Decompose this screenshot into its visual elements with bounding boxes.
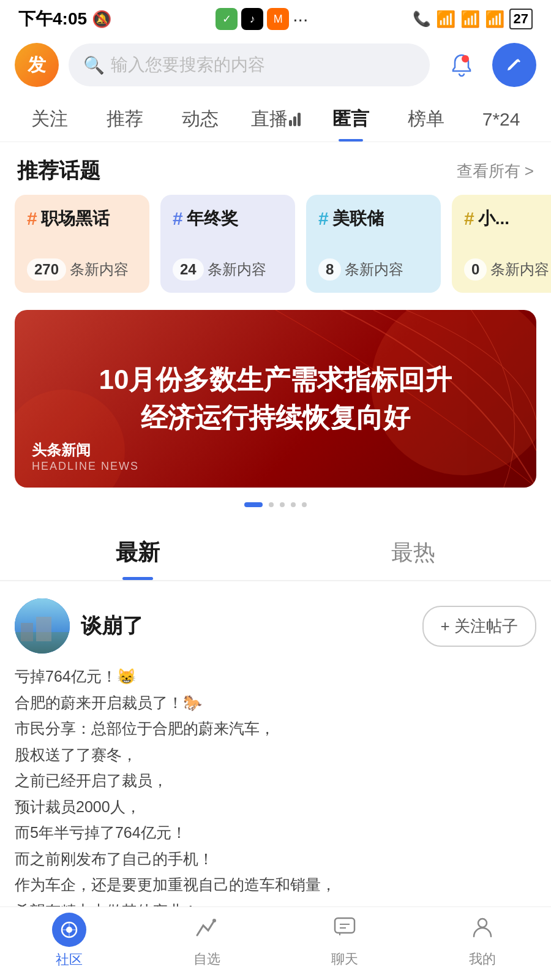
nav-item-community[interactable]: 社区 bbox=[0, 913, 138, 975]
banner-label: 头条新闻 HEADLINE NEWS bbox=[32, 440, 139, 473]
community-icon bbox=[52, 913, 86, 947]
topic-count-4: 0 条新内容 bbox=[464, 258, 551, 281]
svg-point-10 bbox=[212, 919, 216, 922]
nav-item-watchlist[interactable]: 自选 bbox=[138, 913, 276, 974]
battery-indicator: 27 bbox=[509, 9, 533, 29]
nav-label-watchlist: 自选 bbox=[193, 950, 220, 968]
topics-section-header: 推荐话题 查看所有 > bbox=[0, 142, 551, 195]
post-header: 谈崩了 + 关注帖子 bbox=[0, 581, 551, 663]
dot-3[interactable] bbox=[280, 502, 285, 507]
post-user-name: 谈崩了 bbox=[81, 612, 143, 640]
tab-follow[interactable]: 关注 bbox=[12, 94, 88, 141]
topic-count-2: 24 条新内容 bbox=[173, 258, 283, 281]
nav-label-chat: 聊天 bbox=[331, 950, 358, 968]
content-tabs: 最新 最热 bbox=[0, 523, 551, 581]
status-right-icons: 📞 📶 📶 📶 27 bbox=[413, 9, 533, 29]
hash-icon-1: # bbox=[27, 208, 37, 229]
status-mute-icon: 🔕 bbox=[92, 10, 111, 29]
svg-rect-11 bbox=[335, 918, 354, 933]
wifi-icon: 📶 bbox=[485, 10, 504, 29]
live-bars-icon bbox=[289, 113, 301, 126]
topic-tag-4: # 小... bbox=[464, 207, 551, 230]
nav-item-profile[interactable]: 我的 bbox=[413, 913, 551, 974]
bottom-nav: 社区 自选 聊天 我的 bbox=[0, 907, 551, 980]
header-buttons bbox=[440, 43, 536, 87]
topic-count-1: 270 条新内容 bbox=[27, 258, 137, 281]
topic-card-3[interactable]: # 美联储 8 条新内容 bbox=[306, 195, 441, 293]
nav-item-chat[interactable]: 聊天 bbox=[276, 913, 413, 974]
signal-icon: 📶 bbox=[436, 10, 455, 29]
tiktok-icon: ♪ bbox=[241, 8, 263, 30]
edit-button[interactable] bbox=[492, 43, 536, 87]
svg-point-14 bbox=[478, 919, 487, 927]
post-user: 谈崩了 bbox=[15, 598, 143, 654]
header: 发 🔍 输入您要搜索的内容 bbox=[0, 36, 551, 94]
notification-app-icons: ✓ ♪ M ··· bbox=[216, 8, 308, 30]
tab-live[interactable]: 直播 bbox=[238, 94, 313, 141]
topic-card-2[interactable]: # 年终奖 24 条新内容 bbox=[160, 195, 295, 293]
search-input[interactable]: 输入您要搜索的内容 bbox=[111, 53, 265, 77]
mi-icon: M bbox=[267, 8, 289, 30]
tab-724[interactable]: 7*24 bbox=[463, 97, 539, 140]
nav-label-community: 社区 bbox=[56, 951, 83, 969]
topics-scroll: # 职场黑话 270 条新内容 # 年终奖 24 条新内容 # 美联储 8 条新… bbox=[0, 195, 551, 305]
topics-more-link[interactable]: 查看所有 > bbox=[457, 160, 534, 182]
headline-banner[interactable]: 10月份多数生产需求指标回升 经济运行持续恢复向好 头条新闻 HEADLINE … bbox=[15, 310, 536, 488]
topic-tag-3: # 美联储 bbox=[318, 207, 429, 230]
svg-rect-5 bbox=[36, 617, 51, 641]
tab-recommend[interactable]: 推荐 bbox=[88, 94, 163, 141]
phone-icon: 📞 bbox=[413, 10, 431, 28]
topic-count-3: 8 条新内容 bbox=[318, 258, 429, 281]
dot-2[interactable] bbox=[269, 502, 274, 507]
nav-label-profile: 我的 bbox=[469, 950, 496, 968]
search-bar[interactable]: 🔍 输入您要搜索的内容 bbox=[69, 43, 430, 86]
tab-latest[interactable]: 最新 bbox=[0, 523, 276, 580]
banner-dots bbox=[0, 492, 551, 517]
topic-tag-2: # 年终奖 bbox=[173, 207, 283, 230]
svg-rect-4 bbox=[21, 623, 33, 641]
user-avatar[interactable]: 发 bbox=[15, 43, 59, 87]
hash-icon-3: # bbox=[318, 208, 329, 229]
topics-title: 推荐话题 bbox=[17, 157, 100, 185]
more-apps-icon: ··· bbox=[293, 9, 308, 29]
tab-hottest[interactable]: 最热 bbox=[276, 523, 551, 580]
follow-button[interactable]: + 关注帖子 bbox=[422, 606, 536, 647]
dot-1[interactable] bbox=[244, 502, 263, 507]
topic-tag-1: # 职场黑话 bbox=[27, 207, 137, 230]
svg-point-0 bbox=[462, 55, 469, 62]
topic-card-1[interactable]: # 职场黑话 270 条新内容 bbox=[15, 195, 149, 293]
nav-tabs: 关注 推荐 动态 直播 匿言 榜单 7*24 bbox=[0, 94, 551, 142]
hash-icon-2: # bbox=[173, 208, 183, 229]
banner-title: 10月份多数生产需求指标回升 经济运行持续恢复向好 bbox=[81, 361, 471, 436]
tab-dynamic[interactable]: 动态 bbox=[163, 94, 238, 141]
signal-icon-2: 📶 bbox=[460, 10, 480, 29]
notification-button[interactable] bbox=[440, 43, 484, 87]
topic-card-4[interactable]: # 小... 0 条新内容 bbox=[452, 195, 551, 293]
tab-anonymous[interactable]: 匿言 bbox=[313, 94, 388, 141]
search-icon: 🔍 bbox=[83, 55, 105, 75]
chart-icon bbox=[193, 913, 220, 946]
status-bar: 下午4:05 🔕 ✓ ♪ M ··· 📞 📶 📶 📶 27 bbox=[0, 0, 551, 36]
post-user-avatar[interactable] bbox=[15, 598, 70, 654]
status-time: 下午4:05 bbox=[18, 7, 87, 31]
dot-5[interactable] bbox=[302, 502, 307, 507]
chat-icon bbox=[331, 913, 358, 946]
tab-ranking[interactable]: 榜单 bbox=[388, 94, 463, 141]
user-icon bbox=[469, 913, 496, 946]
hash-icon-4: # bbox=[464, 208, 474, 229]
dot-4[interactable] bbox=[291, 502, 296, 507]
green-app-icon: ✓ bbox=[216, 8, 238, 30]
